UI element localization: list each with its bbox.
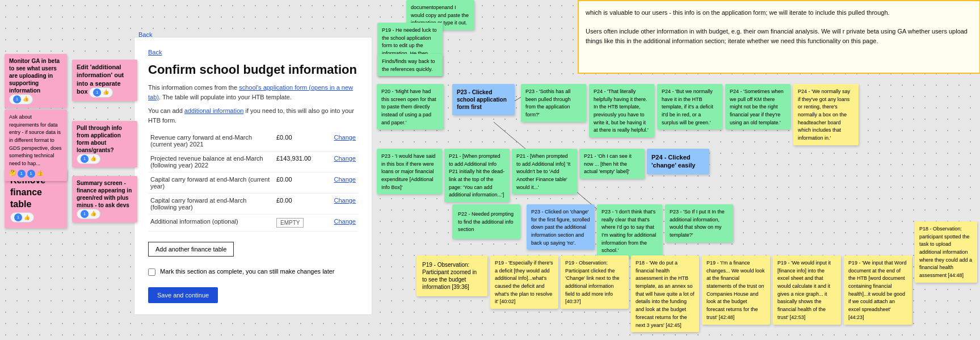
field-label: Projected revenue balance at end-March (… bbox=[148, 152, 274, 173]
card-p23-idont: P23 - 'I don't think that's really clear… bbox=[597, 204, 662, 258]
additional-info-link[interactable]: additional information bbox=[184, 107, 244, 114]
complete-label: Mark this section as complete, you can s… bbox=[160, 268, 335, 275]
card-p23-clicked2: P23 - Clicked on 'change' for the first … bbox=[527, 204, 595, 250]
card-p24-normally: P24 - 'But we normally have it in the HT… bbox=[657, 84, 722, 129]
card-p18-wed: P18 - 'We do put a financial health asse… bbox=[631, 255, 699, 332]
card-p24-change: P24 - Clicked 'change' easily bbox=[647, 149, 709, 174]
right-notes-panel: which is valuable to our users - this in… bbox=[578, 0, 980, 74]
add-finance-button[interactable]: Add another finance table bbox=[148, 242, 234, 257]
card-finds-back: Finds/finds way back to the references q… bbox=[377, 54, 443, 76]
badge-4: 1 👍 bbox=[77, 154, 100, 164]
field-value: EMPTY bbox=[274, 215, 327, 232]
save-continue-button[interactable]: Save and continue bbox=[148, 287, 218, 303]
card-p19-wewould: P19 - 'We would input it [finance info] … bbox=[773, 255, 841, 325]
card-p19-obs2: P19 - Observation: Participant clicked t… bbox=[561, 255, 629, 309]
card-p24-sometimes: P24 - 'Sometimes when we pull off KM the… bbox=[725, 84, 790, 129]
card-p24-literally: P24 - 'That literally helpfully having i… bbox=[589, 84, 654, 137]
card-p21-when2: P21 - [When prompted to add Additional i… bbox=[512, 149, 577, 194]
table-row: Projected revenue balance at end-March (… bbox=[148, 152, 358, 173]
table-row: Revenue carry forward at end-March (curr… bbox=[148, 131, 358, 152]
change-link-2[interactable]: Change bbox=[334, 155, 356, 162]
right-panel-text: which is valuable to our users - this in… bbox=[586, 9, 968, 44]
card-p20: P20 - 'Might have had this screen open f… bbox=[377, 84, 444, 129]
table-row: Additional information (optional) EMPTY … bbox=[148, 215, 358, 232]
card-p23-sothis: P23 - 'Sothis has all been pulled throug… bbox=[521, 84, 586, 122]
school-app-link[interactable]: school's application form (opens in a ne… bbox=[148, 84, 353, 100]
form-desc2: You can add additional information if yo… bbox=[148, 106, 358, 125]
field-value: £0.00 bbox=[274, 194, 327, 215]
complete-checkbox[interactable] bbox=[148, 268, 155, 276]
finance-table: Revenue carry forward at end-March (curr… bbox=[148, 131, 358, 232]
field-value: £143,931.00 bbox=[274, 152, 327, 173]
card-p23-iwould: P23 - 'I would have said in this box if … bbox=[377, 149, 442, 194]
card-summary: Summary screen - finance appearing in gr… bbox=[72, 176, 137, 223]
badge-5: 1 👍 bbox=[77, 209, 100, 219]
card-edit-additional: Edit 'additional information' out into a… bbox=[72, 60, 137, 101]
card-pull-through: Pull through info from application form … bbox=[72, 121, 137, 167]
table-row: Capital carry forward at end-March (foll… bbox=[148, 194, 358, 215]
change-link-1[interactable]: Change bbox=[334, 134, 356, 141]
card-p19-finance: P19 - 'I'm a finance changes... We would… bbox=[702, 255, 770, 325]
field-label: Additional information (optional) bbox=[148, 215, 274, 232]
card-p24-loans: P24 - 'We normally say if they've got an… bbox=[793, 84, 859, 145]
card-p18-obs: P18 - Observation: participant spotted t… bbox=[915, 221, 977, 283]
card-p19-obs1: P19 - Observation: Participant zoomed in… bbox=[417, 255, 487, 296]
complete-checkbox-row: Mark this section as complete, you can s… bbox=[148, 268, 358, 276]
field-label: Capital carry forward at end-March (foll… bbox=[148, 194, 274, 215]
card-p23-clicked: P23 - Clicked school application form fi… bbox=[452, 84, 515, 115]
change-link-3[interactable]: Change bbox=[334, 176, 356, 183]
form-desc1: This information comes from the school's… bbox=[148, 83, 358, 102]
badge-1: 1 👍 bbox=[10, 212, 34, 223]
field-label: Revenue carry forward at end-March (curr… bbox=[148, 131, 274, 152]
field-value: £0.00 bbox=[274, 173, 327, 194]
card-ask-about: Ask about requirements for data entry - … bbox=[5, 110, 67, 181]
table-row: Capital carry forward at end-March (curr… bbox=[148, 173, 358, 194]
badge-2: 1 👍 bbox=[9, 94, 33, 104]
card-p19-especially: P19 - 'Especially if there's a deficit [… bbox=[490, 255, 558, 309]
ask-badges: 🤔 1 1 👍 bbox=[9, 169, 62, 178]
card-p21-when1: P21 - [When prompted to add Additional I… bbox=[444, 149, 510, 202]
back-link[interactable]: Back bbox=[148, 49, 358, 56]
card-p21-oh: P21 - 'Oh I can see it now ... [then hit… bbox=[579, 149, 645, 179]
badge-3: 1 👍 bbox=[89, 87, 113, 98]
field-label: Capital carry forward at end-March (curr… bbox=[148, 173, 274, 194]
card-p22-needed: P22 - Needed prompting to find the addit… bbox=[452, 204, 520, 239]
change-link-5[interactable]: Change bbox=[334, 218, 356, 225]
card-p23-soif: P23 - 'So If I put It In the additional … bbox=[665, 204, 733, 242]
card-monitor-ga: Monitor GA in beta to see what users are… bbox=[5, 54, 67, 108]
field-value: £0.00 bbox=[274, 131, 327, 152]
form-panel: Back Confirm school budget information T… bbox=[134, 37, 372, 315]
form-title: Confirm school budget information bbox=[148, 62, 358, 77]
change-link-4[interactable]: Change bbox=[334, 197, 356, 204]
card-p19-weinput: P19 - 'We input that Word document at th… bbox=[844, 255, 912, 325]
